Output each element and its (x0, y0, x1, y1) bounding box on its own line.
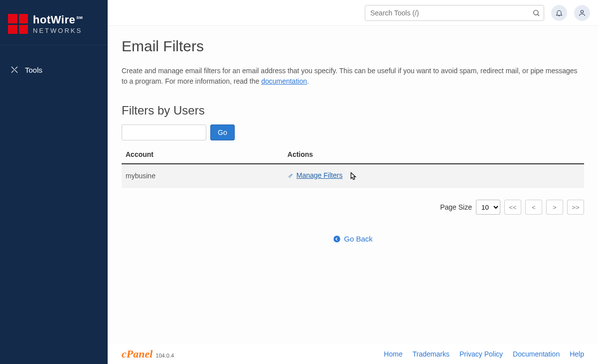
page-title: Email Filters (122, 38, 584, 55)
footer-link-help[interactable]: Help (570, 350, 584, 358)
manage-filters-label: Manage Filters (297, 171, 343, 179)
page-size-select[interactable]: 10 (476, 200, 500, 215)
main: Email Filters Create and manage email fi… (108, 0, 598, 364)
topbar (108, 0, 598, 26)
brand-subtitle: NETWORKS (33, 27, 83, 34)
documentation-link[interactable]: documentation (261, 77, 307, 85)
pager-prev[interactable]: < (525, 200, 542, 215)
footer-link-documentation[interactable]: Documentation (513, 350, 560, 358)
bell-icon (555, 9, 563, 17)
accounts-table: Account Actions mybusine Manage Filters (122, 145, 584, 188)
go-button[interactable]: Go (210, 124, 235, 140)
search-icon (532, 9, 540, 17)
pager-last[interactable]: >> (567, 200, 584, 215)
column-account: Account (122, 145, 284, 164)
notifications-button[interactable] (551, 5, 567, 21)
account-cell: mybusine (122, 164, 284, 188)
footer-link-trademarks[interactable]: Trademarks (413, 350, 449, 358)
sidebar-item-tools[interactable]: Tools (0, 60, 108, 79)
sidebar: hotWireSM NETWORKS Tools (0, 0, 108, 364)
svg-point-2 (334, 236, 340, 242)
manage-filters-link[interactable]: Manage Filters (288, 171, 343, 179)
pager-first[interactable]: << (504, 200, 521, 215)
column-actions: Actions (284, 145, 584, 164)
wrench-icon (288, 172, 295, 179)
brand-logo-icon (8, 14, 28, 34)
content: Email Filters Create and manage email fi… (108, 26, 598, 344)
search-wrap (365, 5, 544, 21)
go-back-link[interactable]: Go Back (333, 235, 373, 243)
wrench-crossed-icon (10, 65, 19, 74)
footer: cPanel 104.0.4 Home Trademarks Privacy P… (108, 344, 598, 364)
filter-input[interactable] (122, 124, 206, 140)
section-title: Filters by Users (122, 104, 584, 118)
brand-sm: SM (76, 15, 83, 20)
footer-link-home[interactable]: Home (384, 350, 402, 358)
page-size-label: Page Size (440, 203, 472, 211)
brand-logo: hotWireSM NETWORKS (0, 0, 108, 45)
page-description: Create and manage email filters for an e… (122, 66, 584, 87)
pager-next[interactable]: > (546, 200, 563, 215)
user-icon (578, 9, 586, 17)
brand-name: hotWire (33, 13, 75, 26)
back-arrow-icon (333, 235, 341, 243)
search-input[interactable] (365, 5, 544, 21)
account-button[interactable] (574, 5, 590, 21)
pager: Page Size 10 << < > >> (122, 200, 584, 215)
cpanel-version: 104.0.4 (155, 353, 174, 359)
svg-point-0 (534, 10, 538, 14)
go-back-label: Go Back (344, 235, 373, 243)
table-row: mybusine Manage Filters (122, 164, 584, 188)
cursor-icon (347, 171, 358, 182)
cpanel-logo: cPanel (122, 348, 152, 361)
footer-link-privacy[interactable]: Privacy Policy (459, 350, 503, 358)
svg-point-1 (581, 10, 583, 12)
sidebar-item-label: Tools (25, 66, 42, 74)
